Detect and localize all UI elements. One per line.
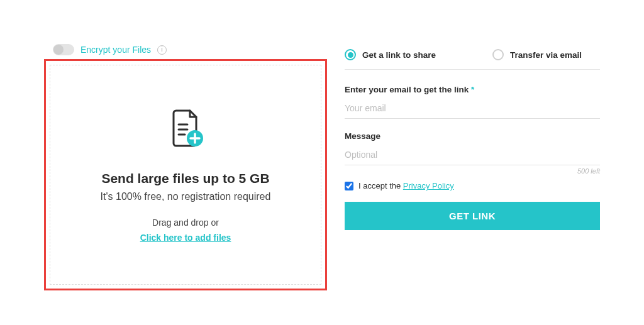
dropzone[interactable]: Send large files up to 5 GB It's 100% fr… bbox=[50, 65, 321, 285]
radio-get-link[interactable]: Get a link to share bbox=[345, 49, 436, 60]
dropzone-headline: Send large files up to 5 GB bbox=[101, 171, 269, 186]
transfer-method-radios: Get a link to share Transfer via email bbox=[345, 49, 600, 70]
char-counter: 500 left bbox=[345, 167, 600, 175]
dropzone-dnd-text: Drag and drop or bbox=[152, 218, 219, 228]
encrypt-toggle[interactable] bbox=[53, 44, 74, 55]
message-input[interactable] bbox=[345, 146, 600, 165]
file-add-icon bbox=[164, 107, 208, 153]
dropzone-subline: It's 100% free, no registration required bbox=[101, 191, 271, 202]
email-field-label: Enter your email to get the link * bbox=[345, 85, 600, 94]
encrypt-label: Encrypt your Files bbox=[80, 45, 151, 55]
radio-link-label: Get a link to share bbox=[362, 50, 436, 60]
email-input[interactable] bbox=[345, 99, 600, 119]
radio-transfer-email[interactable]: Transfer via email bbox=[492, 49, 582, 60]
encrypt-row: Encrypt your Files i bbox=[44, 44, 327, 55]
required-mark: * bbox=[471, 85, 474, 94]
email-label-text: Enter your email to get the link bbox=[345, 85, 469, 94]
accept-row: I accept the Privacy Policy bbox=[345, 181, 600, 190]
accept-text: I accept the Privacy Policy bbox=[358, 181, 454, 190]
get-link-button[interactable]: GET LINK bbox=[345, 202, 600, 230]
message-field-label: Message bbox=[345, 131, 600, 141]
form-panel: Get a link to share Transfer via email E… bbox=[345, 44, 600, 230]
upload-panel: Encrypt your Files i Sen bbox=[44, 44, 327, 290]
message-field-group: Message 500 left bbox=[345, 131, 600, 175]
privacy-policy-link[interactable]: Privacy Policy bbox=[403, 181, 454, 190]
click-to-add-files-link[interactable]: Click here to add files bbox=[140, 233, 231, 243]
email-field-group: Enter your email to get the link * bbox=[345, 85, 600, 119]
accept-checkbox[interactable] bbox=[345, 182, 353, 190]
radio-selected-icon bbox=[345, 49, 356, 60]
accept-prefix: I accept the bbox=[358, 181, 403, 190]
info-icon[interactable]: i bbox=[157, 45, 167, 55]
dropzone-highlight: Send large files up to 5 GB It's 100% fr… bbox=[44, 59, 327, 290]
radio-unselected-icon bbox=[492, 49, 504, 60]
radio-email-label: Transfer via email bbox=[510, 50, 582, 60]
